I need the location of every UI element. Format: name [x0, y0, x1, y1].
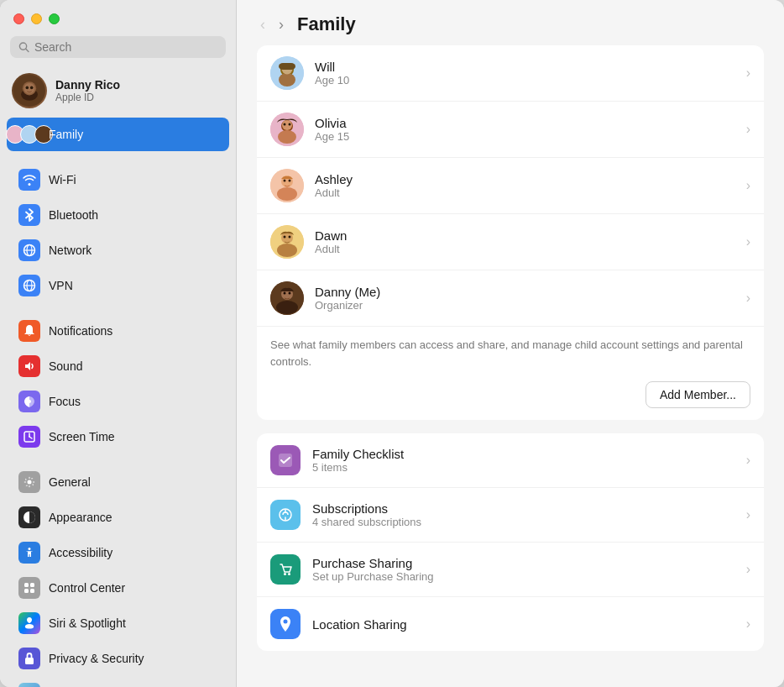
- feature-row[interactable]: Subscriptions 4 shared subscriptions ›: [257, 488, 764, 543]
- feature-name: Purchase Sharing: [312, 556, 746, 570]
- system-settings-window: Danny Rico Apple ID Family: [0, 0, 784, 687]
- svg-point-53: [284, 292, 286, 295]
- close-button[interactable]: [13, 13, 24, 24]
- member-row[interactable]: Dawn Adult ›: [257, 214, 764, 270]
- member-row[interactable]: Will Age 10 ›: [257, 45, 764, 102]
- sidebar-item-focus[interactable]: Focus: [7, 385, 229, 418]
- wifi-icon: [18, 169, 40, 191]
- avatar: [270, 113, 304, 146]
- sidebar-item-screentime[interactable]: Screen Time: [7, 420, 229, 454]
- feature-subtitle: 4 shared subscriptions: [312, 516, 746, 528]
- sidebar-item-bluetooth[interactable]: Bluetooth: [7, 198, 229, 232]
- profile-section[interactable]: Danny Rico Apple ID: [0, 66, 236, 117]
- member-info: Olivia Age 15: [315, 116, 746, 143]
- feature-info: Purchase Sharing Set up Purchase Sharing: [312, 556, 746, 583]
- feature-name: Subscriptions: [312, 501, 746, 516]
- sidebar: Danny Rico Apple ID Family: [0, 0, 237, 687]
- family-note: See what family members can access and s…: [257, 327, 764, 373]
- search-input[interactable]: [34, 40, 217, 54]
- feature-row[interactable]: Family Checklist 5 items ›: [257, 433, 764, 488]
- family-icon: [18, 123, 40, 145]
- add-member-button[interactable]: Add Member...: [645, 381, 750, 408]
- chevron-right-icon: ›: [746, 453, 750, 468]
- forward-button[interactable]: ›: [275, 14, 287, 35]
- feature-subtitle: 5 items: [312, 461, 746, 474]
- profile-name: Danny Rico: [55, 78, 120, 92]
- sidebar-item-wifi[interactable]: Wi-Fi: [7, 163, 229, 197]
- feature-row[interactable]: Purchase Sharing Set up Purchase Sharing…: [257, 543, 764, 597]
- svg-point-62: [284, 620, 288, 624]
- feature-name: Family Checklist: [312, 447, 746, 461]
- member-info: Ashley Adult: [315, 172, 746, 199]
- member-info: Danny (Me) Organizer: [315, 285, 746, 312]
- topbar: ‹ › Family: [237, 0, 784, 45]
- search-icon: [18, 41, 29, 53]
- sidebar-item-label: Control Center: [49, 581, 125, 595]
- sidebar-item-notifications[interactable]: Notifications: [7, 314, 229, 348]
- focus-icon: [18, 391, 40, 412]
- svg-point-55: [276, 301, 298, 314]
- svg-point-40: [278, 130, 296, 144]
- avatar: [270, 169, 304, 202]
- avatar: [270, 281, 304, 315]
- chevron-right-icon: ›: [746, 562, 750, 577]
- member-subtitle: Organizer: [315, 299, 746, 312]
- sidebar-item-appearance[interactable]: Appearance: [7, 501, 229, 534]
- svg-point-7: [30, 87, 34, 90]
- search-bar[interactable]: [10, 36, 226, 58]
- svg-point-14: [28, 400, 31, 403]
- member-name: Will: [315, 60, 746, 74]
- checklist-icon: [270, 445, 301, 475]
- purchase-icon: [270, 554, 301, 585]
- privacy-icon: [18, 648, 40, 669]
- svg-point-60: [284, 573, 286, 575]
- sidebar-item-control[interactable]: Control Center: [7, 571, 229, 605]
- bluetooth-icon: [18, 204, 40, 226]
- svg-line-17: [29, 437, 32, 438]
- sidebar-item-label: Family: [49, 128, 83, 141]
- page-title: Family: [297, 13, 356, 35]
- chevron-right-icon: ›: [746, 507, 750, 522]
- sidebar-item-network[interactable]: Network: [7, 233, 229, 267]
- traffic-lights: [0, 0, 236, 33]
- sidebar-item-siri[interactable]: Siri & Spotlight: [7, 606, 229, 640]
- member-row[interactable]: Olivia Age 15 ›: [257, 102, 764, 158]
- sidebar-item-label: VPN: [49, 279, 73, 292]
- desktop-icon: [18, 683, 40, 687]
- feature-row[interactable]: Location Sharing ›: [257, 597, 764, 651]
- svg-point-49: [289, 236, 291, 239]
- member-name: Ashley: [315, 172, 746, 186]
- sidebar-item-general[interactable]: General: [7, 465, 229, 499]
- sidebar-item-accessibility[interactable]: Accessibility: [7, 536, 229, 569]
- appearance-icon: [18, 506, 40, 528]
- add-member-row: Add Member...: [257, 373, 764, 420]
- member-row[interactable]: Ashley Adult ›: [257, 158, 764, 214]
- sidebar-item-privacy[interactable]: Privacy & Security: [7, 642, 229, 675]
- members-card: Will Age 10 ›: [257, 45, 764, 420]
- sidebar-item-label: Screen Time: [49, 430, 115, 443]
- svg-rect-22: [30, 583, 34, 587]
- member-subtitle: Adult: [315, 243, 746, 255]
- svg-point-30: [279, 73, 295, 87]
- member-subtitle: Age 10: [315, 74, 746, 87]
- vpn-icon: [18, 275, 40, 296]
- maximize-button[interactable]: [49, 13, 60, 24]
- screentime-icon: [18, 426, 40, 448]
- member-row[interactable]: Danny (Me) Organizer ›: [257, 270, 764, 327]
- sidebar-item-label: Sound: [49, 359, 82, 373]
- chevron-right-icon: ›: [746, 616, 750, 632]
- main-content: ‹ › Family: [237, 0, 784, 687]
- member-subtitle: Adult: [315, 186, 746, 199]
- back-button[interactable]: ‹: [257, 14, 269, 35]
- sidebar-item-family[interactable]: Family: [7, 118, 229, 151]
- sidebar-item-label: Privacy & Security: [49, 652, 144, 665]
- chevron-right-icon: ›: [746, 234, 750, 249]
- sidebar-item-sound[interactable]: Sound: [7, 349, 229, 383]
- sidebar-item-label: General: [49, 475, 91, 489]
- sidebar-item-desktop[interactable]: Desktop & Dock: [7, 677, 229, 687]
- sidebar-item-label: Appearance: [49, 511, 112, 524]
- minimize-button[interactable]: [31, 13, 42, 24]
- general-icon: [18, 471, 40, 493]
- member-info: Dawn Adult: [315, 228, 746, 255]
- sidebar-item-vpn[interactable]: VPN: [7, 269, 229, 302]
